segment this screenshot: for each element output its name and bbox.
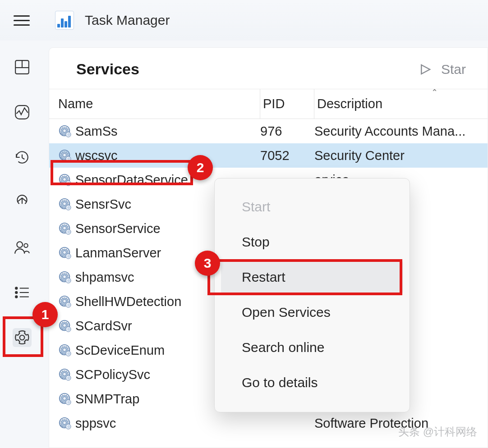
watermark: 头条 @计科网络 [398,425,477,439]
service-name: shpamsvc [75,270,134,285]
table-header: Name PID Description ⌃ [49,89,488,119]
service-name: SNMPTrap [75,392,139,407]
svg-marker-16 [421,65,430,74]
service-icon [58,222,72,235]
annotation-callout-3: 3 [195,251,220,276]
service-icon [58,246,72,260]
service-name: SensrSvc [75,197,131,212]
service-name: LanmanServer [75,246,161,261]
panel-title: Services [76,60,139,78]
service-name: wscsvc [75,148,117,163]
ctx-go-to-details[interactable]: Go to details [221,365,403,400]
service-icon [58,173,72,187]
service-name: SamSs [75,124,117,139]
nav-rail [0,41,44,448]
nav-startup[interactable] [13,193,32,212]
service-pid: 976 [260,124,314,139]
ctx-stop[interactable]: Stop [221,224,403,260]
start-button[interactable]: Star [419,62,466,77]
col-pid[interactable]: PID [260,89,314,119]
service-icon [58,416,72,430]
app-title: Task Manager [85,13,170,28]
svg-line-5 [22,158,24,159]
start-button-label: Star [441,62,466,77]
service-icon [58,197,72,211]
svg-point-11 [15,296,17,297]
titlebar: Task Manager [0,0,488,41]
service-name: ShellHWDetection [75,294,181,309]
ctx-open-services[interactable]: Open Services [221,295,403,330]
svg-point-15 [20,335,25,340]
nav-details[interactable] [13,283,32,302]
svg-point-10 [15,292,17,293]
panel-header: Services Star [49,48,488,89]
service-name: SensorService [75,221,161,236]
service-description: Security Accounts Mana... [314,124,481,139]
service-icon [58,295,72,308]
sort-icon: ⌃ [431,87,438,97]
ctx-search-online[interactable]: Search online [221,330,403,365]
service-icon [58,270,72,284]
ctx-restart[interactable]: Restart [221,260,403,295]
context-menu: Start Stop Restart Open Services Search … [214,178,410,412]
service-icon [58,368,72,381]
table-row[interactable]: wscsvc7052Security Center [49,143,488,168]
app-icon [55,11,74,30]
service-icon [58,319,72,333]
service-icon [58,124,72,138]
col-description[interactable]: Description ⌃ [314,89,481,119]
table-row[interactable]: SamSs976Security Accounts Mana... [49,119,488,143]
nav-performance[interactable] [13,103,32,122]
service-name: sppsvc [75,416,116,431]
service-name: SensorDataService [75,173,188,187]
nav-services[interactable] [13,328,32,347]
service-icon [58,343,72,357]
service-icon [58,392,72,406]
service-pid: 7052 [260,148,314,163]
svg-point-8 [24,244,28,247]
service-name: SCardSvr [75,319,132,334]
svg-point-9 [15,287,17,289]
nav-processes[interactable] [13,58,32,77]
ctx-start[interactable]: Start [221,189,403,224]
service-icon [58,149,72,162]
annotation-callout-2: 2 [188,155,213,180]
col-name[interactable]: Name [55,89,260,119]
service-name: ScDeviceEnum [75,343,165,358]
nav-users[interactable] [13,238,32,257]
nav-app-history[interactable] [13,148,32,167]
service-name: SCPolicySvc [75,367,150,382]
menu-button[interactable] [14,12,30,28]
svg-point-7 [17,242,23,247]
service-description: Security Center [314,148,481,163]
annotation-callout-1: 1 [32,302,58,327]
